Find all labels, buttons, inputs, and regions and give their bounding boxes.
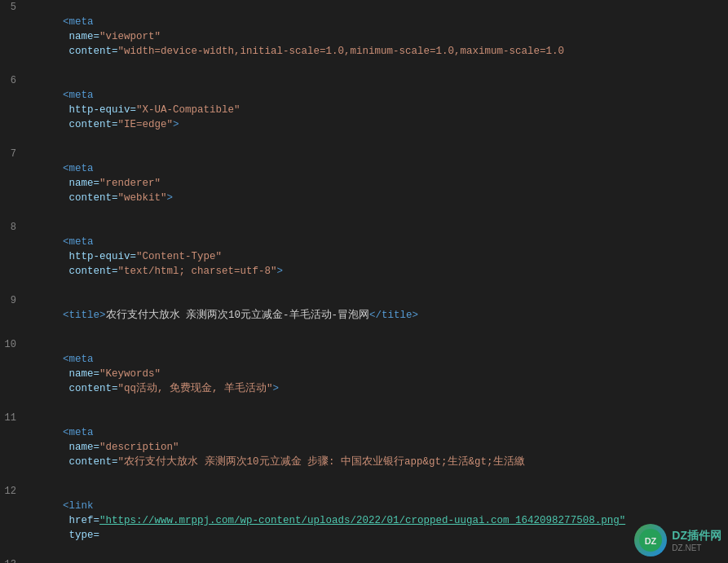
code-line-9: 9 <title>农行支付大放水 亲测两次10元立减金-羊毛活动-冒泡网</ti… (0, 293, 728, 337)
code-line-10: 10 <meta name="Keywords" content="qq活动, … (0, 337, 728, 411)
code-line-8: 8 <meta http-equiv="Content-Type" conten… (0, 220, 728, 293)
watermark-title: DZ插件网 (672, 529, 721, 543)
code-line-6: 6 <meta http-equiv="X-UA-Compatible" con… (0, 73, 728, 147)
code-line-12: 12 <link href="https://www.mrppj.com/wp-… (0, 484, 728, 557)
watermark-text-block: DZ插件网 DZ.NET (672, 529, 721, 552)
code-line-13: 13 <link rel="stylesheet" href="https://… (0, 557, 728, 563)
watermark-logo: DZ (634, 524, 667, 556)
dz-logo-icon: DZ (639, 529, 662, 552)
code-line-7: 7 <meta name="renderer" content="webkit"… (0, 147, 728, 220)
svg-text:DZ: DZ (645, 536, 657, 546)
code-line-5: 5 <meta name="viewport" content="width=d… (0, 0, 728, 73)
code-viewer: 5 <meta name="viewport" content="width=d… (0, 0, 728, 563)
watermark-subtitle: DZ.NET (672, 543, 701, 552)
code-line-11: 11 <meta name="description" content="农行支… (0, 411, 728, 484)
watermark: DZ DZ插件网 DZ.NET (634, 524, 721, 556)
